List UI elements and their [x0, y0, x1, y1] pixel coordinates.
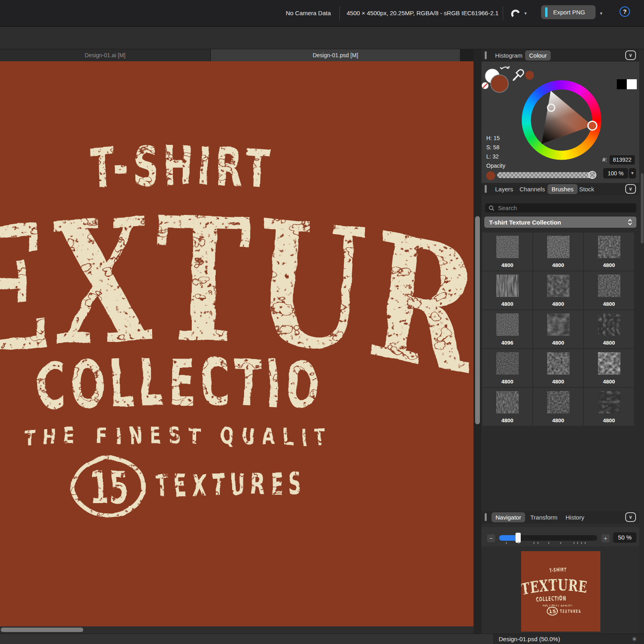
hex-input[interactable]: 813922 — [610, 155, 635, 165]
status-bar: Design-01.psd (50.0%) ✳ — [494, 634, 644, 644]
brush-item[interactable]: 4800 — [482, 233, 532, 271]
brush-size-label: 4800 — [533, 262, 583, 268]
zoom-tick — [574, 542, 574, 544]
opacity-value-chevron[interactable]: ▼ — [629, 168, 636, 179]
brush-item[interactable]: 4096 — [482, 310, 532, 348]
zoom-in-button[interactable]: + — [602, 534, 610, 542]
brush-item[interactable]: 4800 — [533, 310, 583, 348]
search-icon — [488, 205, 495, 211]
tab-channels[interactable]: Channels — [520, 184, 545, 194]
export-png-label: Export PNG — [553, 9, 585, 16]
brush-size-label: 4800 — [482, 301, 532, 307]
camera-data-label: No Camera Data — [286, 0, 331, 26]
status-bar-left — [0, 634, 494, 644]
tab-design-01-psd[interactable]: Design-01.psd [M] — [211, 49, 460, 61]
document-canvas[interactable]: T-SHIRT TEXTURE COLLECTION THE FINEST QU… — [0, 61, 473, 626]
eyedropper-icon — [513, 70, 524, 81]
brush-texture-thumbnail — [496, 391, 519, 413]
opacity-label: Opacity — [486, 163, 505, 169]
brush-texture-thumbnail — [547, 391, 570, 413]
zoom-tick — [506, 542, 507, 544]
brush-item[interactable]: 4800 — [584, 310, 634, 348]
tab-design-01-ai[interactable]: Design-01.ai [M] — [0, 49, 210, 61]
zoom-tick — [577, 542, 578, 544]
zoom-slider-knob[interactable] — [516, 533, 521, 543]
document-info-label: 4500 × 4500px, 20.25MP, RGBA/8 - sRGB IE… — [347, 0, 499, 26]
brush-texture-thumbnail — [598, 313, 620, 336]
brush-item[interactable]: 4800 — [584, 349, 634, 387]
tab-layers[interactable]: Layers — [495, 184, 513, 194]
brush-size-label: 4800 — [533, 379, 583, 385]
vertical-scrollbar-thumb[interactable] — [475, 216, 480, 424]
brush-size-label: 4096 — [482, 340, 532, 346]
brush-texture-thumbnail — [598, 275, 620, 297]
toolbar-separator — [503, 6, 503, 20]
brush-item[interactable]: 4800 — [533, 388, 583, 426]
brush-collection-dropdown[interactable]: T-shirt Texture Collection — [484, 217, 636, 228]
brush-item[interactable]: 4800 — [482, 349, 532, 387]
brush-item[interactable]: 4800 — [482, 388, 532, 426]
brush-item[interactable]: 4800 — [533, 349, 583, 387]
brush-size-label: 4800 — [584, 379, 634, 385]
brush-size-label: 4800 — [584, 301, 634, 307]
saturation-triangle[interactable] — [522, 80, 602, 160]
tab-transform[interactable]: Transform — [530, 512, 558, 522]
svg-text:TEXTURES: TEXTURES — [560, 609, 581, 614]
brush-item[interactable]: 4800 — [584, 388, 634, 426]
export-chevron[interactable]: ▼ — [599, 11, 603, 16]
colour-panel-drag-handle[interactable] — [485, 51, 487, 59]
opacity-slider-knob[interactable] — [588, 171, 596, 179]
opacity-slider[interactable] — [497, 172, 596, 178]
search-placeholder: Search — [498, 205, 517, 211]
brush-item[interactable]: 4800 — [533, 233, 583, 271]
hex-prefix-label: #: — [602, 156, 607, 163]
zoom-tick — [534, 542, 534, 544]
svg-text:15: 15 — [549, 608, 556, 614]
brush-size-label: 4800 — [533, 340, 583, 346]
toolbar-separator — [339, 6, 340, 20]
brush-texture-thumbnail — [496, 236, 519, 258]
colour-panel-menu-button[interactable]: ∨ — [625, 50, 636, 60]
right-edge-strip — [639, 49, 644, 634]
horizontal-scrollbar-thumb[interactable] — [1, 628, 83, 632]
export-png-button[interactable]: Export PNG — [541, 5, 596, 19]
navigator-panel-menu-button[interactable]: ∨ — [625, 512, 636, 522]
white-swatch[interactable] — [627, 79, 637, 89]
brush-item[interactable]: 4800 — [482, 271, 532, 309]
navigator-preview[interactable]: T-SHIRT TEXTURE COLLECTION THE FINEST QU… — [521, 551, 600, 632]
hue-marker[interactable] — [588, 121, 597, 130]
svg-text:TEXTURES: TEXTURES — [156, 466, 307, 504]
status-document-label: Design-01.psd (50.0%) — [499, 634, 644, 644]
brush-item[interactable]: 4800 — [584, 271, 634, 309]
help-icon[interactable]: ? — [620, 6, 630, 17]
svg-text:COLLECTION: COLLECTION — [536, 595, 566, 603]
tab-navigator[interactable]: Navigator — [492, 512, 525, 522]
brush-texture-thumbnail — [547, 275, 570, 297]
brush-item[interactable]: 4800 — [533, 271, 583, 309]
svg-text:THE FINEST QUALITY: THE FINEST QUALITY — [543, 604, 573, 607]
brush-size-label: 4800 — [482, 262, 532, 268]
context-toolbar — [0, 27, 644, 49]
navigator-panel-drag-handle[interactable] — [485, 513, 487, 521]
zoom-value-field[interactable]: 50 % — [613, 532, 636, 543]
brush-texture-thumbnail — [598, 352, 620, 375]
brush-search-input[interactable]: Search — [485, 203, 636, 213]
brushes-panel-menu-button[interactable]: ∨ — [625, 184, 636, 194]
brush-texture-thumbnail — [547, 236, 570, 258]
opacity-value-field[interactable]: 100 % — [603, 168, 628, 179]
tab-history[interactable]: History — [566, 512, 584, 522]
tab-histogram[interactable]: Histogram — [495, 50, 522, 60]
snapping-magnet-icon[interactable] — [511, 8, 521, 19]
tab-brushes[interactable]: Brushes — [548, 184, 578, 194]
tab-colour[interactable]: Colour — [525, 50, 551, 60]
brushes-panel-drag-handle[interactable] — [485, 185, 487, 193]
tab-stock[interactable]: Stock — [579, 184, 594, 194]
zoom-out-button[interactable]: − — [487, 534, 495, 542]
artwork-badge-number: 15 — [90, 462, 128, 514]
black-swatch[interactable] — [617, 79, 627, 89]
brush-item[interactable]: 4800 — [584, 233, 634, 271]
brush-texture-thumbnail — [598, 391, 620, 413]
right-edge-handle[interactable] — [641, 173, 644, 243]
snapping-chevron[interactable]: ▼ — [524, 11, 528, 16]
brush-size-label: 4800 — [533, 417, 583, 423]
